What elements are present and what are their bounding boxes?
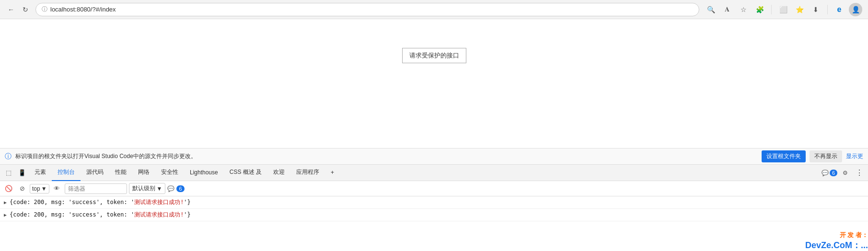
download-button[interactable]: ⬇ [809, 3, 822, 16]
context-dropdown-icon: ▼ [41, 185, 47, 192]
nav-buttons: ← ↻ [6, 4, 31, 15]
console-code-1: {code: 200, msg: 'success', token: '测试请求… [10, 198, 191, 206]
console-count-icon: 💬 [167, 185, 174, 192]
level-dropdown-icon: ▼ [157, 185, 162, 192]
tab-sources[interactable]: 源代码 [81, 165, 109, 181]
level-label: 默认级别 [132, 184, 155, 193]
console-toolbar-badge: 6 [176, 185, 184, 192]
devtools-tabs: ⬚ 📱 元素 控制台 源代码 性能 网络 安全性 Lighthouse CSS … [0, 165, 868, 181]
dismiss-button[interactable]: 不再显示 [810, 150, 842, 162]
tab-add[interactable]: + [325, 165, 340, 181]
expand-arrow-1: ▶ [4, 200, 7, 205]
tab-welcome[interactable]: 欢迎 [267, 165, 290, 181]
tab-security[interactable]: 安全性 [155, 165, 184, 181]
tab-elements[interactable]: 元素 [29, 165, 52, 181]
split-view-button[interactable]: ⬜ [776, 3, 790, 16]
tab-css-overview[interactable]: CSS 概述 及 [224, 165, 267, 181]
info-bar-icon: ⓘ [5, 152, 12, 161]
devtools-device-button[interactable]: 📱 [15, 166, 29, 180]
eye-icon-button[interactable]: 👁 [51, 183, 63, 194]
filter-input[interactable] [65, 183, 127, 194]
read-mode-button[interactable]: 𝐀 [720, 3, 734, 16]
set-root-folder-button[interactable]: 设置根文件夹 [762, 150, 806, 162]
back-button[interactable]: ← [6, 4, 16, 15]
browser-actions: 🔍 𝐀 ☆ 🧩 ⬜ ⭐ ⬇ e 👤 [704, 3, 862, 16]
info-bar-message: 标识项目的根文件夹以打开Visual Studio Code中的源文件并同步更改… [15, 152, 758, 160]
profile-button[interactable]: 👤 [849, 3, 862, 16]
expand-arrow-2: ▶ [4, 212, 7, 217]
extensions-button[interactable]: 🧩 [753, 3, 766, 16]
device-mode-button[interactable]: ⚙ [838, 166, 852, 180]
separator2 [827, 5, 828, 14]
address-info-icon: ⓘ [42, 5, 47, 13]
tab-application[interactable]: 应用程序 [290, 165, 325, 181]
tab-lighthouse[interactable]: Lighthouse [184, 165, 224, 181]
clear-console-button[interactable]: 🚫 [3, 183, 14, 194]
level-selector[interactable]: 默认级别 ▼ [129, 183, 166, 194]
tab-console[interactable]: 控制台 [52, 165, 81, 181]
filter-toggle-button[interactable]: ⊘ [16, 183, 28, 194]
tab-performance[interactable]: 性能 [109, 165, 132, 181]
request-protected-button[interactable]: 请求受保护的接口 [402, 48, 466, 63]
edge-icon: e [833, 3, 846, 16]
browser-chrome: ← ↻ ⓘ localhost:8080/?#/index 🔍 𝐀 ☆ 🧩 ⬜ … [0, 0, 868, 19]
console-toolbar: 🚫 ⊘ top ▼ 👁 默认级别 ▼ 💬 6 [0, 181, 868, 196]
address-bar[interactable]: ⓘ localhost:8080/?#/index [35, 3, 699, 16]
console-message-icon: 💬 [822, 170, 829, 176]
show-more-link[interactable]: 显示更 [846, 152, 863, 160]
zoom-out-button[interactable]: 🔍 [704, 3, 718, 16]
devtools-inspect-button[interactable]: ⬚ [2, 166, 15, 180]
main-content: 请求受保护的接口 [0, 19, 868, 148]
console-output: ▶ {code: 200, msg: 'success', token: '测试… [0, 196, 868, 244]
separator [771, 5, 772, 14]
devtools-right-icons: 💬 6 ⚙ ⋮ [822, 166, 866, 180]
tab-network[interactable]: 网络 [132, 165, 155, 181]
favorites-button[interactable]: ☆ [737, 3, 750, 16]
reload-button[interactable]: ↻ [20, 4, 31, 15]
console-row[interactable]: ▶ {code: 200, msg: 'success', token: '测试… [0, 209, 868, 221]
info-bar: ⓘ 标识项目的根文件夹以打开Visual Studio Code中的源文件并同步… [0, 148, 868, 165]
context-selector[interactable]: top ▼ [30, 184, 49, 194]
more-options-button[interactable]: ⋮ [853, 166, 866, 180]
url-text: localhost:8080/?#/index [50, 6, 116, 13]
console-code-2: {code: 200, msg: 'success', token: '测试请求… [10, 211, 191, 219]
console-badge: 6 [830, 170, 837, 176]
top-label: top [32, 185, 40, 192]
collections-button[interactable]: ⭐ [793, 3, 806, 16]
console-row[interactable]: ▶ {code: 200, msg: 'success', token: '测试… [0, 196, 868, 209]
